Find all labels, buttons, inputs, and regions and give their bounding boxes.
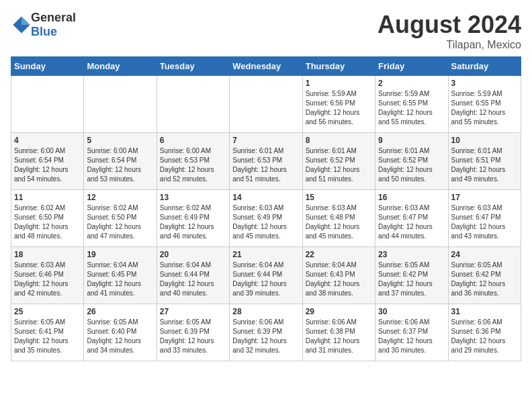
day-info: Sunrise: 6:03 AM Sunset: 6:46 PM Dayligh… <box>14 261 81 298</box>
calendar-cell: 4Sunrise: 6:00 AM Sunset: 6:54 PM Daylig… <box>11 133 84 190</box>
calendar-header: SundayMondayTuesdayWednesdayThursdayFrid… <box>11 57 521 76</box>
calendar-cell: 26Sunrise: 6:05 AM Sunset: 6:40 PM Dayli… <box>84 304 157 361</box>
day-info: Sunrise: 6:00 AM Sunset: 6:53 PM Dayligh… <box>160 146 226 184</box>
day-number: 12 <box>87 193 153 202</box>
calendar-cell <box>157 76 229 133</box>
calendar-cell: 18Sunrise: 6:03 AM Sunset: 6:46 PM Dayli… <box>11 247 84 304</box>
header-cell-monday: Monday <box>84 57 157 76</box>
day-number: 31 <box>451 307 518 316</box>
day-number: 21 <box>232 250 299 259</box>
calendar-cell: 31Sunrise: 6:06 AM Sunset: 6:36 PM Dayli… <box>448 304 521 361</box>
svg-marker-1 <box>21 16 30 25</box>
calendar-cell: 10Sunrise: 6:01 AM Sunset: 6:51 PM Dayli… <box>448 133 521 190</box>
calendar-cell: 5Sunrise: 6:00 AM Sunset: 6:54 PM Daylig… <box>84 133 157 190</box>
day-info: Sunrise: 6:03 AM Sunset: 6:47 PM Dayligh… <box>378 203 445 241</box>
calendar-body: 1Sunrise: 5:59 AM Sunset: 6:56 PM Daylig… <box>11 76 521 361</box>
calendar-cell: 3Sunrise: 5:59 AM Sunset: 6:55 PM Daylig… <box>448 76 521 133</box>
day-info: Sunrise: 6:01 AM Sunset: 6:52 PM Dayligh… <box>306 146 372 184</box>
calendar-cell: 23Sunrise: 6:05 AM Sunset: 6:42 PM Dayli… <box>375 247 448 304</box>
day-info: Sunrise: 5:59 AM Sunset: 6:55 PM Dayligh… <box>451 89 518 127</box>
calendar-cell: 19Sunrise: 6:04 AM Sunset: 6:45 PM Dayli… <box>84 247 157 304</box>
week-row-5: 25Sunrise: 6:05 AM Sunset: 6:41 PM Dayli… <box>11 304 521 361</box>
day-number: 11 <box>14 193 81 202</box>
day-number: 29 <box>306 307 372 316</box>
calendar-cell: 11Sunrise: 6:02 AM Sunset: 6:50 PM Dayli… <box>11 190 84 247</box>
day-info: Sunrise: 6:06 AM Sunset: 6:36 PM Dayligh… <box>451 318 518 355</box>
calendar-cell: 14Sunrise: 6:03 AM Sunset: 6:49 PM Dayli… <box>230 190 302 247</box>
day-info: Sunrise: 6:03 AM Sunset: 6:47 PM Dayligh… <box>451 203 518 241</box>
calendar-cell: 1Sunrise: 5:59 AM Sunset: 6:56 PM Daylig… <box>302 76 375 133</box>
title-block: August 2024 Tilapan, Mexico <box>378 11 521 51</box>
day-number: 25 <box>14 307 81 316</box>
day-info: Sunrise: 6:02 AM Sunset: 6:50 PM Dayligh… <box>87 203 153 241</box>
calendar-cell: 24Sunrise: 6:05 AM Sunset: 6:42 PM Dayli… <box>448 247 521 304</box>
day-number: 9 <box>378 136 445 145</box>
day-info: Sunrise: 6:06 AM Sunset: 6:37 PM Dayligh… <box>378 318 445 355</box>
day-number: 23 <box>378 250 445 259</box>
day-number: 18 <box>14 250 81 259</box>
day-info: Sunrise: 6:06 AM Sunset: 6:38 PM Dayligh… <box>306 318 372 355</box>
day-number: 3 <box>451 79 518 88</box>
calendar-cell: 16Sunrise: 6:03 AM Sunset: 6:47 PM Dayli… <box>375 190 448 247</box>
week-row-4: 18Sunrise: 6:03 AM Sunset: 6:46 PM Dayli… <box>11 247 521 304</box>
calendar-cell: 15Sunrise: 6:03 AM Sunset: 6:48 PM Dayli… <box>302 190 375 247</box>
calendar-cell <box>84 76 157 133</box>
calendar-cell: 28Sunrise: 6:06 AM Sunset: 6:39 PM Dayli… <box>230 304 302 361</box>
day-info: Sunrise: 6:01 AM Sunset: 6:53 PM Dayligh… <box>232 146 299 184</box>
day-number: 16 <box>378 193 445 202</box>
page-header: General Blue August 2024 Tilapan, Mexico <box>11 11 521 51</box>
day-info: Sunrise: 6:02 AM Sunset: 6:49 PM Dayligh… <box>160 203 226 241</box>
day-info: Sunrise: 6:04 AM Sunset: 6:45 PM Dayligh… <box>87 261 153 298</box>
day-info: Sunrise: 6:03 AM Sunset: 6:48 PM Dayligh… <box>306 203 372 241</box>
calendar-cell: 17Sunrise: 6:03 AM Sunset: 6:47 PM Dayli… <box>448 190 521 247</box>
logo-text-general: General <box>31 11 76 24</box>
day-number: 30 <box>378 307 445 316</box>
header-cell-wednesday: Wednesday <box>230 57 302 76</box>
calendar-cell <box>230 76 302 133</box>
logo-icon <box>12 15 31 34</box>
day-info: Sunrise: 6:04 AM Sunset: 6:43 PM Dayligh… <box>306 261 372 298</box>
calendar-cell: 22Sunrise: 6:04 AM Sunset: 6:43 PM Dayli… <box>302 247 375 304</box>
day-number: 7 <box>232 136 299 145</box>
day-number: 2 <box>378 79 445 88</box>
day-number: 22 <box>306 250 372 259</box>
day-info: Sunrise: 6:01 AM Sunset: 6:51 PM Dayligh… <box>451 146 518 184</box>
day-info: Sunrise: 6:02 AM Sunset: 6:50 PM Dayligh… <box>14 203 81 241</box>
day-info: Sunrise: 5:59 AM Sunset: 6:56 PM Dayligh… <box>306 89 372 127</box>
header-cell-saturday: Saturday <box>448 57 521 76</box>
day-info: Sunrise: 6:00 AM Sunset: 6:54 PM Dayligh… <box>87 146 153 184</box>
day-info: Sunrise: 6:00 AM Sunset: 6:54 PM Dayligh… <box>14 146 81 184</box>
week-row-1: 1Sunrise: 5:59 AM Sunset: 6:56 PM Daylig… <box>11 76 521 133</box>
day-number: 8 <box>306 136 372 145</box>
calendar-cell: 21Sunrise: 6:04 AM Sunset: 6:44 PM Dayli… <box>230 247 302 304</box>
day-info: Sunrise: 5:59 AM Sunset: 6:55 PM Dayligh… <box>378 89 445 127</box>
calendar-cell: 7Sunrise: 6:01 AM Sunset: 6:53 PM Daylig… <box>230 133 302 190</box>
day-number: 1 <box>306 79 372 88</box>
day-info: Sunrise: 6:05 AM Sunset: 6:42 PM Dayligh… <box>378 261 445 298</box>
day-number: 6 <box>160 136 226 145</box>
header-cell-friday: Friday <box>375 57 448 76</box>
header-cell-thursday: Thursday <box>302 57 375 76</box>
day-number: 14 <box>232 193 299 202</box>
day-info: Sunrise: 6:05 AM Sunset: 6:41 PM Dayligh… <box>14 318 81 355</box>
day-number: 13 <box>160 193 226 202</box>
calendar-cell: 6Sunrise: 6:00 AM Sunset: 6:53 PM Daylig… <box>157 133 229 190</box>
day-info: Sunrise: 6:05 AM Sunset: 6:39 PM Dayligh… <box>160 318 226 355</box>
sub-title: Tilapan, Mexico <box>378 39 521 51</box>
header-row: SundayMondayTuesdayWednesdayThursdayFrid… <box>11 57 521 76</box>
header-cell-sunday: Sunday <box>11 57 84 76</box>
day-info: Sunrise: 6:05 AM Sunset: 6:40 PM Dayligh… <box>87 318 153 355</box>
calendar-cell: 29Sunrise: 6:06 AM Sunset: 6:38 PM Dayli… <box>302 304 375 361</box>
calendar-cell: 27Sunrise: 6:05 AM Sunset: 6:39 PM Dayli… <box>157 304 229 361</box>
week-row-3: 11Sunrise: 6:02 AM Sunset: 6:50 PM Dayli… <box>11 190 521 247</box>
week-row-2: 4Sunrise: 6:00 AM Sunset: 6:54 PM Daylig… <box>11 133 521 190</box>
day-info: Sunrise: 6:04 AM Sunset: 6:44 PM Dayligh… <box>160 261 226 298</box>
calendar-cell: 30Sunrise: 6:06 AM Sunset: 6:37 PM Dayli… <box>375 304 448 361</box>
day-number: 17 <box>451 193 518 202</box>
calendar-cell: 8Sunrise: 6:01 AM Sunset: 6:52 PM Daylig… <box>302 133 375 190</box>
day-info: Sunrise: 6:01 AM Sunset: 6:52 PM Dayligh… <box>378 146 445 184</box>
calendar-table: SundayMondayTuesdayWednesdayThursdayFrid… <box>11 56 521 361</box>
header-cell-tuesday: Tuesday <box>157 57 229 76</box>
calendar-cell: 2Sunrise: 5:59 AM Sunset: 6:55 PM Daylig… <box>375 76 448 133</box>
calendar-cell: 13Sunrise: 6:02 AM Sunset: 6:49 PM Dayli… <box>157 190 229 247</box>
